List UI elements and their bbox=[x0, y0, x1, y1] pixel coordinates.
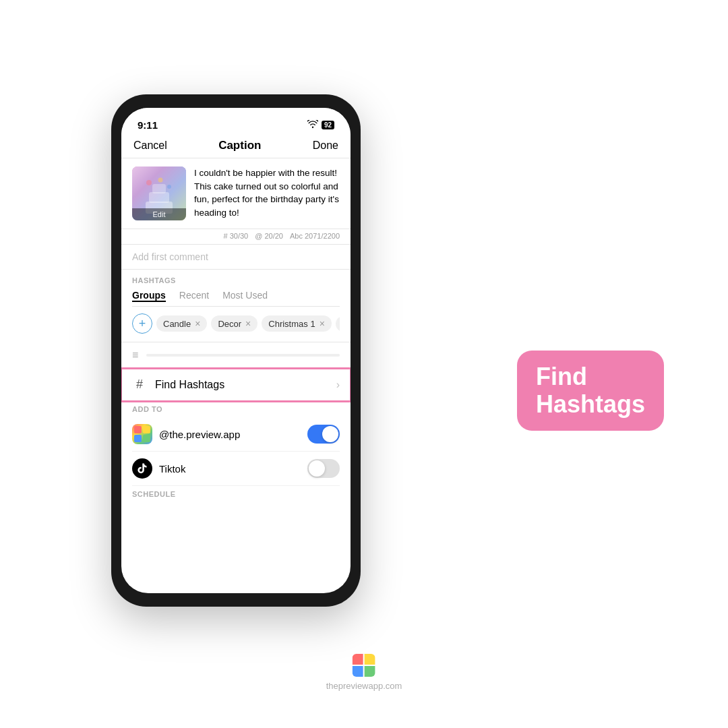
logo-q4 bbox=[365, 666, 375, 677]
bottom-logo: thepreviewapp.com bbox=[326, 654, 402, 691]
chip-christmas-label: Christmas 1 bbox=[268, 319, 315, 329]
menu-section: ≡ # Find Hashtags › bbox=[121, 342, 351, 401]
edit-overlay-label[interactable]: Edit bbox=[132, 208, 186, 220]
toggle-knob bbox=[322, 426, 338, 442]
phone-shell: 9:11 92 Cancel Caption bbox=[111, 94, 361, 607]
tab-most-used[interactable]: Most Used bbox=[222, 290, 268, 302]
logo-icon bbox=[353, 654, 375, 677]
preview-app-icon bbox=[132, 424, 152, 444]
tab-groups[interactable]: Groups bbox=[132, 290, 166, 302]
preview-app-name: @the.preview.app bbox=[159, 429, 301, 440]
tab-recent[interactable]: Recent bbox=[179, 290, 209, 302]
add-to-section: ADD TO @the.preview.app bbox=[121, 401, 351, 486]
find-hashtags-item[interactable]: # Find Hashtags › bbox=[121, 369, 351, 401]
find-captions-bar bbox=[146, 354, 340, 357]
find-captions-item[interactable]: ≡ bbox=[121, 342, 351, 369]
logo-text: thepreviewapp.com bbox=[326, 681, 402, 691]
logo-q3 bbox=[353, 666, 363, 677]
chip-candle-remove[interactable]: × bbox=[195, 318, 200, 329]
cancel-button[interactable]: Cancel bbox=[133, 140, 167, 152]
chip-decor-remove[interactable]: × bbox=[245, 318, 251, 329]
add-group-button[interactable]: + bbox=[132, 313, 152, 334]
chip-christmas[interactable]: Christmas 1 × bbox=[262, 315, 332, 332]
chip-candle[interactable]: Candle × bbox=[156, 315, 207, 332]
page-title: Caption bbox=[218, 139, 261, 152]
icon-q4 bbox=[143, 435, 150, 442]
tiktok-icon bbox=[132, 458, 152, 479]
schedule-label: SCHEDULE bbox=[132, 490, 176, 498]
svg-point-6 bbox=[158, 178, 163, 183]
caption-area: Edit I couldn't be happier with the resu… bbox=[121, 158, 351, 229]
battery-level: 92 bbox=[322, 121, 334, 129]
schedule-section: SCHEDULE bbox=[121, 486, 351, 502]
svg-rect-3 bbox=[152, 184, 166, 193]
svg-point-5 bbox=[167, 185, 171, 189]
caption-text[interactable]: I couldn't be happier with the result! T… bbox=[194, 166, 340, 220]
svg-point-4 bbox=[146, 180, 152, 185]
platform-row-preview: @the.preview.app bbox=[132, 417, 340, 452]
hashtag-tabs: Groups Recent Most Used bbox=[132, 290, 340, 307]
first-comment-field[interactable]: Add first comment bbox=[121, 245, 351, 270]
hashtag-icon: # bbox=[132, 377, 147, 392]
platform-row-tiktok: Tiktok bbox=[132, 452, 340, 486]
icon-q2 bbox=[143, 426, 150, 433]
badge-line1: Find bbox=[536, 363, 645, 390]
chip-more[interactable]: H bbox=[336, 316, 340, 332]
counter-row: # 30/30 @ 20/20 Abc 2071/2200 bbox=[121, 229, 351, 245]
find-hashtags-badge: Find Hashtags bbox=[517, 351, 664, 431]
nav-bar: Cancel Caption Done bbox=[121, 136, 351, 158]
icon-q1 bbox=[134, 426, 142, 433]
chevron-right-icon: › bbox=[336, 379, 340, 391]
hashtags-section: HASHTAGS Groups Recent Most Used + Candl… bbox=[121, 270, 351, 339]
chip-christmas-remove[interactable]: × bbox=[320, 318, 325, 329]
find-captions-icon: ≡ bbox=[132, 349, 138, 361]
hashtag-counter: # 30/30 bbox=[224, 232, 249, 240]
status-bar: 9:11 92 bbox=[121, 108, 351, 136]
logo-q2 bbox=[365, 654, 375, 665]
caption-image[interactable]: Edit bbox=[132, 166, 186, 220]
svg-rect-2 bbox=[149, 192, 169, 203]
tag-chips-row: + Candle × Decor × Christmas 1 × H bbox=[132, 313, 340, 339]
done-button[interactable]: Done bbox=[313, 140, 338, 152]
find-hashtags-label: Find Hashtags bbox=[155, 379, 328, 391]
chip-candle-label: Candle bbox=[163, 319, 191, 329]
tiktok-toggle[interactable] bbox=[307, 459, 340, 478]
chip-decor-label: Decor bbox=[218, 319, 241, 329]
status-time: 9:11 bbox=[138, 119, 158, 131]
phone-screen: 9:11 92 Cancel Caption bbox=[121, 108, 351, 593]
tiktok-name: Tiktok bbox=[159, 463, 301, 475]
status-icons: 92 bbox=[307, 120, 334, 130]
chip-decor[interactable]: Decor × bbox=[211, 315, 257, 332]
toggle-knob-tiktok bbox=[309, 460, 325, 477]
hashtags-label: HASHTAGS bbox=[132, 276, 340, 284]
preview-toggle[interactable] bbox=[307, 425, 340, 444]
add-to-label: ADD TO bbox=[132, 405, 340, 413]
mention-counter: @ 20/20 bbox=[255, 232, 283, 240]
char-counter: Abc 2071/2200 bbox=[290, 232, 340, 240]
badge-line2: Hashtags bbox=[536, 390, 645, 418]
icon-q3 bbox=[134, 435, 142, 442]
scene: 9:11 92 Cancel Caption bbox=[0, 0, 728, 728]
wifi-icon bbox=[307, 120, 318, 130]
logo-q1 bbox=[353, 654, 363, 665]
